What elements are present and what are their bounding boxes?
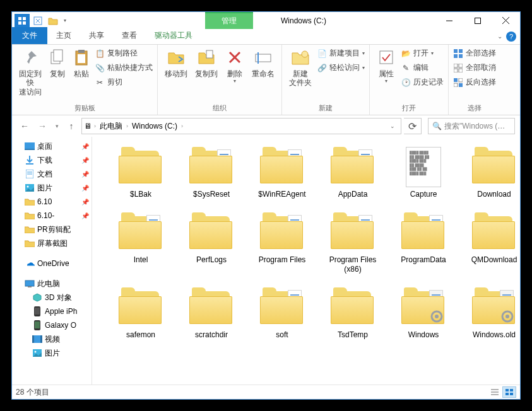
crumb-drive[interactable]: Windows (C:): [129, 122, 180, 130]
select-none-button[interactable]: 全部取消: [452, 62, 497, 74]
desktop-icon: [25, 142, 35, 150]
tree-item[interactable]: Galaxy O: [12, 318, 92, 332]
tree-item[interactable]: 桌面📌: [12, 139, 92, 153]
folder-item[interactable]: Program Files: [249, 212, 316, 274]
folder-item[interactable]: TsdTemp: [319, 287, 386, 339]
tree-item[interactable]: 视频: [12, 332, 92, 346]
rename-button[interactable]: 重命名: [248, 46, 278, 79]
tab-drive-tools[interactable]: 驱动器工具: [146, 28, 201, 44]
folder-icon: [329, 147, 376, 187]
svg-rect-22: [459, 64, 463, 67]
search-box[interactable]: 🔍 搜索"Windows (…: [428, 118, 515, 134]
navigation-tree[interactable]: 桌面📌下载📌文档📌图片📌6.10📌6.10-📌PR剪辑配屏幕截图OneDrive…: [12, 137, 92, 385]
close-button[interactable]: [492, 12, 520, 29]
folder-item[interactable]: ████ ██████ ████ ██████ █████ ███████ ██…: [390, 147, 457, 199]
folder-item[interactable]: Windows.old: [461, 287, 520, 339]
open-button[interactable]: 📂打开 ▾: [399, 47, 445, 59]
chevron-right-icon[interactable]: ›: [180, 123, 184, 129]
folder-item[interactable]: $WinREAgent: [249, 147, 316, 199]
quick-access-toolbar: ▾: [12, 14, 69, 28]
qat-customize-icon[interactable]: ▾: [61, 18, 69, 23]
help-icon[interactable]: ?: [506, 32, 516, 42]
select-all-button[interactable]: 全部选择: [452, 47, 497, 59]
pin-quickaccess-button[interactable]: 固定到快 速访问: [15, 46, 45, 98]
paste-shortcut-button[interactable]: 📎粘贴快捷方式: [93, 62, 154, 74]
address-dropdown-icon[interactable]: ⌄: [386, 123, 399, 129]
tree-item[interactable]: 6.10📌: [12, 195, 92, 209]
folder-icon: [471, 287, 517, 328]
new-folder-button[interactable]: 新建 文件夹: [285, 46, 316, 89]
folder-icon: [471, 147, 517, 187]
folder-item[interactable]: Intel: [107, 212, 174, 274]
copy-path-button[interactable]: 📋复制路径: [93, 47, 154, 59]
folder-item[interactable]: AppData: [319, 147, 386, 199]
crumb-pc[interactable]: 此电脑: [97, 121, 125, 132]
copy-button[interactable]: 复制: [45, 46, 69, 79]
tree-item[interactable]: 3D 对象: [12, 291, 92, 304]
rename-icon: [253, 47, 273, 67]
chevron-right-icon[interactable]: ›: [125, 123, 129, 129]
folder-item[interactable]: soft: [249, 287, 316, 339]
copyto-icon: [196, 47, 216, 67]
address-bar[interactable]: 🖥 › 此电脑 › Windows (C:) › ⌄: [81, 118, 401, 134]
chevron-right-icon[interactable]: ›: [93, 123, 97, 129]
tab-file[interactable]: 文件: [12, 27, 47, 44]
tree-item[interactable]: OneDrive: [12, 257, 92, 270]
copy-to-button[interactable]: 复制到: [191, 46, 222, 79]
maximize-button[interactable]: [463, 12, 492, 29]
tree-item[interactable]: 文档📌: [12, 167, 92, 181]
tree-item[interactable]: Apple iPh: [12, 304, 92, 318]
folder-item[interactable]: Download: [461, 147, 520, 199]
ribbon-group-open: 属性▾ 📂打开 ▾ ✎编辑 🕑历史记录 打开: [370, 45, 449, 115]
qat-properties-icon[interactable]: [31, 14, 45, 28]
folder-view[interactable]: $LBak$SysReset$WinREAgentAppData████ ███…: [92, 137, 520, 385]
picture-icon: [25, 184, 35, 192]
invert-selection-button[interactable]: 反向选择: [452, 76, 497, 88]
folder-label: TsdTemp: [338, 330, 368, 339]
folder-icon: [25, 212, 35, 219]
move-to-button[interactable]: 移动到: [161, 46, 191, 79]
tree-item[interactable]: 图片: [12, 346, 92, 360]
refresh-button[interactable]: ⟳: [404, 118, 422, 134]
edit-button[interactable]: ✎编辑: [399, 62, 445, 74]
tree-item[interactable]: 6.10-📌: [12, 209, 92, 223]
minimize-button[interactable]: [435, 12, 463, 29]
nav-back-button[interactable]: ←: [17, 119, 32, 134]
group-label-clipboard: 剪贴板: [15, 102, 154, 114]
view-details-button[interactable]: [488, 386, 502, 398]
folder-item[interactable]: ProgramData: [390, 212, 457, 274]
folder-item[interactable]: scratchdir: [178, 287, 245, 339]
folder-item[interactable]: Windows: [390, 287, 457, 339]
tree-item[interactable]: 图片📌: [12, 181, 92, 195]
tree-item[interactable]: PR剪辑配: [12, 223, 92, 236]
delete-button[interactable]: 删除▾: [222, 46, 248, 86]
new-item-button[interactable]: 📄新建项目 ▾: [316, 47, 366, 59]
qat-newfolder-icon[interactable]: [46, 14, 60, 28]
svg-rect-3: [23, 21, 26, 25]
folder-item[interactable]: Program Files (x86): [319, 212, 386, 274]
folder-item[interactable]: PerfLogs: [178, 212, 245, 274]
ribbon-collapse-icon[interactable]: ⌄: [497, 33, 502, 40]
tab-share[interactable]: 共享: [80, 28, 113, 44]
easy-access-button[interactable]: 🔗轻松访问 ▾: [316, 62, 366, 74]
properties-icon: [376, 47, 396, 67]
tab-home[interactable]: 主页: [47, 28, 80, 44]
folder-item[interactable]: safemon: [107, 287, 174, 339]
folder-item[interactable]: $LBak: [107, 147, 174, 199]
cut-button[interactable]: ✂剪切: [93, 76, 154, 88]
tree-item[interactable]: 此电脑: [12, 277, 92, 291]
folder-item[interactable]: QMDownload: [461, 212, 520, 274]
paste-button[interactable]: 粘贴: [69, 46, 93, 79]
nav-up-button[interactable]: ↑: [64, 119, 79, 134]
properties-button[interactable]: 属性▾: [373, 46, 399, 86]
folder-item[interactable]: $SysReset: [178, 147, 245, 199]
svg-rect-40: [35, 308, 40, 315]
history-button[interactable]: 🕑历史记录: [399, 76, 445, 88]
nav-forward-button[interactable]: →: [35, 119, 50, 134]
tree-item[interactable]: 屏幕截图: [12, 236, 92, 250]
nav-recent-button[interactable]: ▾: [52, 119, 61, 134]
app-icon[interactable]: [15, 14, 30, 28]
tab-view[interactable]: 查看: [113, 28, 146, 44]
view-icons-button[interactable]: [502, 386, 516, 398]
tree-item[interactable]: 下载📌: [12, 153, 92, 167]
